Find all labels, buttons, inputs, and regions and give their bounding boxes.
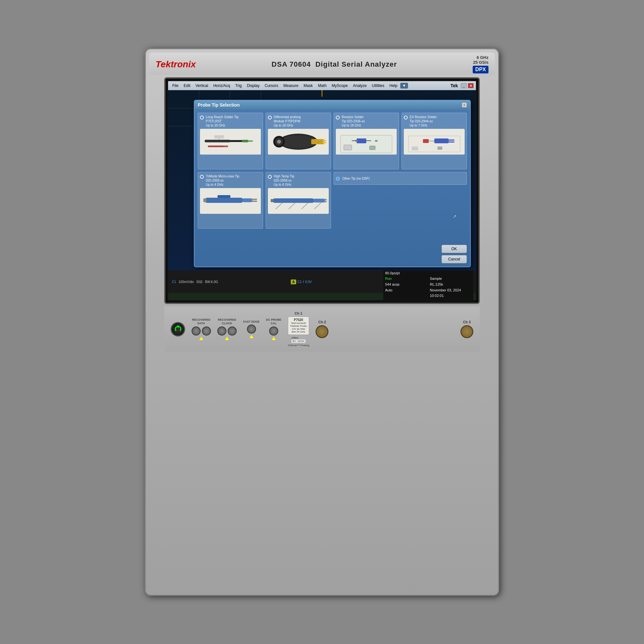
probe-option-1[interactable]: Long Reach Solder TipP75TLRSTUp to 20 GH… [198,113,263,169]
svg-rect-40 [357,138,366,143]
bnc-recovered-clock-1[interactable] [217,327,226,336]
bnc-ch3[interactable] [460,325,473,338]
bnc-dc-probe-cal[interactable] [269,327,278,336]
probe-option-3[interactable]: Resistor SolderTip 020-2936-xxUp to 18 G… [334,113,399,169]
menu-analyze[interactable]: Analyze [351,83,369,89]
menu-help[interactable]: Help [387,83,400,89]
bnc-recovered-clock-2[interactable] [228,327,237,336]
probe-image-1 [200,129,261,155]
status-bar: C1 100mV/div 50Ω BW:6.0G A C1 / 0.0V 1.0… [168,270,476,293]
ch1-area: Ch 1 P7520 TekConnectIITriMode Probe 12V… [288,311,309,347]
power-button[interactable] [171,322,185,336]
svg-rect-68 [326,200,327,200]
probe-spec2: BW 25 GHz [290,330,307,333]
menu-myscope[interactable]: MyScope [329,83,350,89]
bnc-recovered-data-2[interactable] [202,327,211,336]
ch1-label: Ch 1 [295,311,302,315]
probe-option-5[interactable]: TriMode Micro-coax Tip020-2955-xxUp to 4… [198,172,263,229]
svg-rect-39 [341,135,392,153]
fast-edge-connector: FAST EDGE [243,320,260,338]
probe-image-3 [336,129,397,155]
svg-rect-24 [248,140,253,142]
probe-label-5: TriMode Micro-coax Tip020-2955-xxUp to 4… [206,174,239,187]
menu-horiz-acq[interactable]: Horiz/Acq [211,83,232,89]
probe-option-6[interactable]: High Temp Tip020-2958-xxUp to 6 GHz [266,172,331,229]
probe-model: P7520 [290,318,307,322]
minimize-button[interactable]: _ [461,83,467,88]
svg-rect-64 [273,198,315,203]
radio-opt5[interactable] [200,175,204,179]
ch3-label: Ch 3 [463,320,471,324]
menu-mask[interactable]: Mask [301,83,315,89]
svg-rect-58 [243,198,252,202]
dc-probe-cal-label: DC PROBECAL [266,318,281,325]
menu-bar: File Edit Vertical Horiz/Acq Trig Displa… [168,81,476,90]
menu-measure[interactable]: Measure [281,83,301,89]
cancel-button[interactable]: Cancel [441,255,467,263]
ch1-bw: BW:6.0G [205,280,218,284]
menu-cursors[interactable]: Cursors [262,83,280,89]
probe-option-2[interactable]: Differential probingModule P75PDPMUp to … [266,113,331,169]
svg-rect-54 [412,147,418,150]
svg-rect-42 [375,140,378,142]
ch2-label: Ch 2 [318,320,326,324]
warning-icon-4 [272,337,276,340]
trimode-label: TriMode™ Probing [288,344,309,347]
marker-voltage: 0.0V [305,280,312,284]
radio-opt2[interactable] [268,116,272,119]
recovered-clock-connector: RECOVEREDCLOCK [217,318,237,340]
radio-opt7[interactable] [336,177,340,181]
trigger-indicator [322,90,322,97]
svg-rect-52 [448,141,455,143]
time-display: 10:02:01 [430,293,471,299]
brand-name: Tektronix [156,59,196,70]
menu-display[interactable]: Display [245,83,262,89]
status-center: A C1 / 0.0V [219,279,383,284]
status-left: C1 100mV/div 50Ω BW:6.0G [171,279,219,285]
front-panel: RECOVEREDDATA RECOVEREDCLOCK FAST EDGE D… [164,307,480,352]
menu-vertical[interactable]: Vertical [193,83,210,89]
svg-rect-23 [242,140,249,142]
probe-spec1: 12V pk Max [290,327,307,330]
menu-dropdown-btn[interactable]: ▼ [400,83,408,89]
recovered-data-connector: RECOVEREDDATA [192,318,211,340]
probe-option-7[interactable]: Other Tip (no DSP) [334,172,467,185]
ok-button[interactable]: OK [441,245,467,253]
radio-opt4[interactable] [404,116,408,119]
radio-opt6[interactable] [268,175,272,179]
menu-file[interactable]: File [170,83,181,89]
svg-rect-27 [214,135,224,138]
probe-label-2: Differential probingModule P75PDPMUp to … [274,115,301,128]
bnc-fast-edge[interactable] [247,325,256,334]
close-button[interactable]: ✕ [468,83,474,88]
probe-label-3: Resistor SolderTip 020-2936-xxUp to 18 G… [342,115,365,128]
atten-switch[interactable]: Atten. 5× 12.5× [291,336,306,343]
radio-opt1[interactable] [200,116,204,119]
bnc-ch2[interactable] [316,325,328,338]
radio-opt3[interactable] [336,116,340,119]
marker-c1: C1 [298,280,302,284]
svg-rect-59 [251,199,257,200]
screen-frame: File Edit Vertical Horiz/Acq Trig Displa… [164,77,480,304]
svg-rect-57 [205,198,243,203]
scope-screen: 1 Probe Tip Selection × Long Reach Solde [168,90,476,270]
specs-box: 6 GHz 25 GS/s DPX [473,55,488,73]
dpx-badge: DPX [473,66,488,73]
probe-option-4[interactable]: EX Resistor SolderTip 020-2944-xxUp to 7… [402,113,467,169]
menu-trig[interactable]: Trig [233,83,244,89]
sample-mode: Sample [430,276,471,282]
probe-label-6: High Temp Tip020-2958-xxUp to 6 GHz [274,174,294,187]
rl-value: RL:125k [430,282,471,288]
acq-count: 544 acqs [385,282,427,288]
probe-box: P7520 TekConnectIITriMode Probe 12V pk M… [288,317,309,335]
menu-edit[interactable]: Edit [181,83,193,89]
dialog-close-button[interactable]: × [462,102,467,108]
svg-rect-32 [311,139,324,144]
menu-utilities[interactable]: Utilities [370,83,387,89]
menu-math[interactable]: Math [316,83,329,89]
probe-label-1: Long Reach Solder TipP75TLRSTUp to 20 GH… [206,115,239,128]
bnc-recovered-data-1[interactable] [192,327,201,336]
oscilloscope-body: Tektronix DSA 70604 Digital Serial Analy… [145,48,499,596]
fast-edge-label: FAST EDGE [243,320,260,324]
probe-image-5 [200,188,261,214]
